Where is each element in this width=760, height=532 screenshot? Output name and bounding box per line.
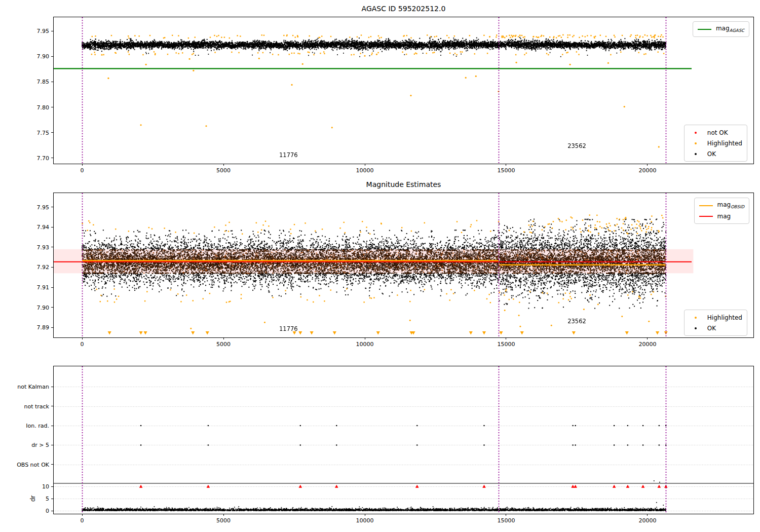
legend-entry: OK	[689, 323, 742, 333]
legend-label: magOBSID	[717, 201, 745, 209]
legend-label: OK	[707, 150, 716, 158]
x-tick-label: 15000	[497, 341, 515, 348]
plot-title-agasc-id: AGASC ID 595202512.0	[54, 5, 753, 13]
y-tickmark	[51, 82, 53, 82]
x-tickmark	[223, 164, 224, 166]
y-tick-label: 7.80	[37, 104, 50, 110]
y-tick-label: 7.89	[37, 324, 50, 331]
y-tickmark	[51, 387, 53, 387]
y-tickmark	[51, 426, 53, 426]
x-tick-label: 20000	[638, 167, 656, 174]
y-tick-label: 7.95	[37, 28, 50, 34]
swatch	[695, 142, 697, 144]
legend-dot-swatch-icon	[689, 317, 703, 319]
swatch	[698, 29, 711, 30]
y-tick-label: 5	[46, 496, 49, 502]
swatch	[699, 216, 713, 217]
legend: magOBSIDmag	[694, 198, 750, 224]
y-tick-label: 7.92	[37, 264, 50, 271]
legend-entry: Highlighted	[689, 312, 742, 323]
x-tickmark	[82, 337, 83, 339]
x-tick-label: 0	[81, 341, 84, 348]
y-tickmark	[51, 464, 53, 465]
plot-flags-dr: 05000100001500020000not Kalmannot trackI…	[53, 366, 754, 514]
legend-label: magAGASC	[716, 25, 744, 33]
y-tickmark	[51, 499, 53, 499]
legend-label: mag	[717, 213, 731, 220]
x-tickmark	[365, 514, 365, 516]
legend-dot-swatch-icon	[689, 142, 703, 144]
y-tickmark	[51, 511, 53, 511]
legend: magAGASC	[693, 21, 749, 37]
plot-agasc-mag: AGASC ID 595202512.0 0500010000150002000…	[53, 17, 754, 164]
y-tick-label: dr > 5	[31, 442, 49, 448]
y-tick-label: not Kalman	[17, 384, 49, 390]
plot-magnitude-estimates: Magnitude Estimates 05000100001500020000…	[53, 193, 754, 338]
x-tickmark	[223, 337, 224, 339]
y-tickmark	[51, 445, 53, 445]
x-tick-label: 15000	[497, 167, 515, 174]
x-tickmark	[223, 514, 224, 516]
y-tickmark	[51, 267, 53, 268]
y-tick-label: 7.85	[37, 79, 50, 85]
obsid-annotation: 23562	[567, 318, 586, 325]
x-tickmark	[365, 164, 365, 166]
y-tickmark	[51, 132, 53, 133]
legend-label-subscript: AGASC	[730, 28, 744, 33]
x-tickmark	[365, 337, 365, 339]
x-tickmark	[647, 514, 648, 516]
x-tick-label: 10000	[356, 167, 374, 174]
legend-line-swatch-icon	[698, 29, 711, 30]
swatch	[695, 132, 697, 134]
legend-entry: mag	[699, 211, 745, 221]
y-tickmark	[51, 406, 53, 406]
y-tickmark	[51, 307, 53, 308]
y-tick-label: OBS not OK	[17, 461, 49, 468]
x-tick-label: 15000	[497, 517, 515, 524]
plot-title-magnitude-estimates: Magnitude Estimates	[54, 180, 753, 188]
swatch	[695, 317, 697, 319]
x-tick-label: 5000	[216, 517, 231, 524]
legend-dot-swatch-icon	[689, 327, 703, 329]
legend: not OKHighlightedOK	[684, 125, 747, 162]
y-tick-label: Ion. rad.	[26, 423, 49, 429]
x-tickmark	[506, 514, 506, 516]
x-tickmark	[647, 337, 648, 339]
x-tick-label: 0	[81, 167, 84, 174]
swatch	[695, 327, 697, 329]
y-axis-label: dr	[29, 496, 36, 502]
legend-line-swatch-icon	[699, 216, 713, 217]
obsid-annotation: 23562	[567, 142, 586, 149]
legend-entry: magOBSID	[699, 200, 745, 211]
y-tickmark	[51, 207, 53, 207]
legend-dot-swatch-icon	[689, 153, 703, 155]
legend-label-subscript: OBSID	[731, 205, 744, 210]
y-tick-label: 7.91	[37, 284, 50, 291]
x-tickmark	[506, 164, 506, 166]
y-tickmark	[51, 486, 53, 487]
y-tickmark	[51, 287, 53, 288]
legend-line-swatch-icon	[699, 205, 713, 206]
legend-entry: Highlighted	[689, 138, 742, 148]
y-tickmark	[51, 227, 53, 227]
x-tick-label: 5000	[216, 341, 231, 348]
swatch	[695, 153, 697, 155]
swatch	[699, 205, 713, 206]
legend-entry: magAGASC	[698, 24, 744, 34]
legend-label: Highlighted	[707, 314, 742, 321]
y-tick-label: 7.70	[37, 155, 50, 161]
plot-canvas-1	[54, 193, 753, 337]
x-tick-label: 0	[81, 517, 84, 524]
x-tick-label: 20000	[638, 517, 656, 524]
y-tickmark	[51, 107, 53, 107]
legend-label: not OK	[707, 129, 728, 136]
legend-label: OK	[707, 325, 716, 332]
obsid-annotation: 11776	[279, 325, 298, 332]
legend: HighlightedOK	[684, 310, 747, 336]
y-tickmark	[51, 327, 53, 328]
figure: AGASC ID 595202512.0 0500010000150002000…	[0, 0, 760, 532]
x-tick-label: 20000	[638, 341, 656, 348]
y-tickmark	[51, 31, 53, 31]
plot-canvas-0	[54, 17, 753, 164]
x-tickmark	[506, 337, 506, 339]
